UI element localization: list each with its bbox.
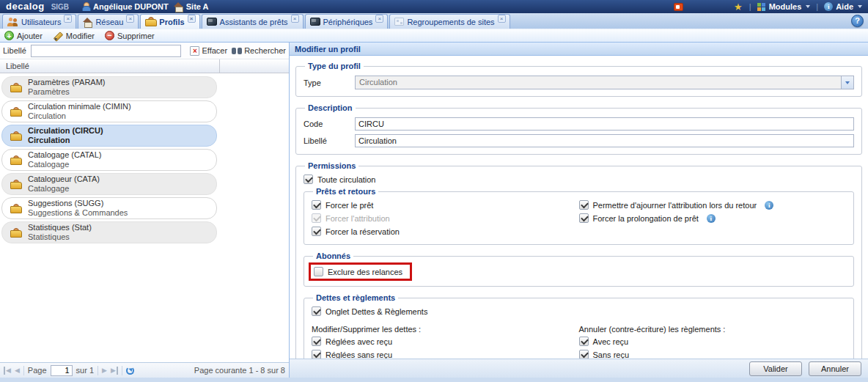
description-legend: Description (305, 103, 356, 112)
favorites-icon[interactable] (733, 2, 743, 12)
list-item[interactable]: Paramètres (PARAM) Paramètres (1, 76, 217, 98)
aide-label: Aide (836, 2, 853, 11)
delete-label: Supprimer (117, 32, 155, 40)
checkbox-label: Toute circulation (317, 175, 376, 184)
item-name: Catalogueur (CATA) (28, 175, 100, 184)
checkbox-label: Forcer l'attribution (326, 214, 390, 223)
info-icon[interactable] (765, 201, 773, 210)
tab-reseau[interactable]: Réseau × (78, 14, 139, 29)
onglet-dettes-checkbox[interactable] (312, 306, 321, 316)
code-field[interactable] (355, 117, 854, 131)
info-icon[interactable] (707, 214, 716, 223)
list-item[interactable]: Suggestions (SUGG) Suggestions & Command… (1, 197, 217, 219)
prolongation-pret-checkbox[interactable] (579, 213, 589, 223)
edit-label: Modifier (66, 32, 95, 40)
exclure-relances-checkbox[interactable] (314, 267, 323, 276)
close-icon[interactable]: × (498, 15, 506, 23)
clear-button[interactable]: Effacer (190, 46, 227, 56)
tab-profils[interactable]: Profils × (140, 14, 199, 29)
current-user[interactable]: Angélique DUPONT (81, 2, 169, 11)
pagination-bar: ◀ ◀ Page sur 1 ▶ ▶ Page courante 1 - 8 s… (0, 362, 289, 378)
libelle-field[interactable] (355, 134, 854, 147)
chevron-down-icon (858, 5, 862, 8)
add-button[interactable]: Ajouter (4, 31, 43, 40)
first-page-icon[interactable]: ◀ (4, 367, 11, 375)
forcer-pret-checkbox[interactable] (312, 200, 321, 210)
modules-menu[interactable]: Modules (757, 2, 811, 11)
description-fieldset: Description Code Libellé (295, 103, 862, 155)
pencil-icon (53, 31, 63, 40)
home-icon (83, 18, 92, 26)
combo-dropdown-button[interactable] (841, 76, 853, 89)
checkbox-label: Sans reçu (593, 350, 630, 359)
tab-peripheriques[interactable]: Périphériques × (305, 14, 389, 29)
close-icon[interactable]: × (375, 15, 383, 23)
column-header-label: Libellé (0, 59, 220, 73)
modules-grid-icon (757, 2, 766, 11)
toute-circulation-checkbox[interactable] (304, 175, 313, 184)
search-input[interactable] (31, 45, 182, 57)
abonnes-legend: Abonnés (313, 251, 353, 260)
reglees-avec-recu-row: Réglées avec reçu (312, 336, 579, 347)
tab-label: Utilisateurs (21, 18, 61, 26)
users-icon (7, 18, 18, 26)
list-item-selected[interactable]: Circulation (CIRCU) Circulation (1, 125, 217, 147)
item-category: Catalogage (28, 184, 100, 194)
close-icon[interactable]: × (64, 15, 72, 23)
cancel-button[interactable]: Annuler (809, 361, 861, 376)
search-bar: Libellé Effacer Rechercher (0, 43, 289, 59)
next-page-icon[interactable]: ▶ (102, 367, 107, 375)
aide-menu[interactable]: Aide (824, 2, 862, 11)
profile-icon (145, 17, 156, 26)
page-input[interactable] (51, 365, 73, 376)
list-item[interactable]: Catalogage (CATAL) Catalogage (1, 149, 217, 171)
search-button[interactable]: Rechercher (232, 46, 286, 55)
edit-button[interactable]: Modifier (53, 31, 95, 40)
annuler-sans-recu-checkbox[interactable] (579, 350, 589, 359)
delete-button[interactable]: Supprimer (105, 31, 155, 40)
type-combobox[interactable]: Circulation (355, 76, 854, 89)
checkbox-label: Permettre d'ajourner l'attribution lors … (593, 201, 757, 210)
help-icon[interactable] (851, 15, 864, 27)
last-page-icon[interactable]: ▶ (111, 367, 118, 375)
ajourner-attribution-checkbox[interactable] (579, 200, 589, 210)
list-item[interactable]: Statistiques (Stat) Statistiques (1, 221, 217, 243)
list-item[interactable]: Circulation minimale (CIMIN) Circulation (1, 100, 217, 122)
refresh-icon[interactable] (126, 367, 134, 375)
validate-button[interactable]: Valider (749, 361, 802, 376)
close-icon[interactable]: × (188, 15, 196, 23)
home-icon (174, 2, 183, 11)
tab-assistants-de-prets[interactable]: Assistants de prêts × (202, 14, 304, 29)
separator (122, 366, 122, 375)
prev-page-icon[interactable]: ◀ (15, 367, 20, 375)
tab-utilisateurs[interactable]: Utilisateurs × (2, 14, 76, 29)
item-name: Circulation (CIRCU) (28, 126, 103, 136)
close-icon[interactable]: × (126, 15, 134, 23)
annuler-avec-recu-checkbox[interactable] (579, 337, 589, 346)
edit-profile-panel: Modifier un profil Type du profil Type C… (290, 43, 868, 378)
ajourner-attribution-row: Permettre d'ajourner l'attribution lors … (579, 199, 847, 210)
window-bottom-strip (0, 378, 868, 382)
top-bar: decalog SIGB Angélique DUPONT Site A | M… (0, 0, 868, 13)
chevron-down-icon (806, 5, 810, 8)
forcer-reservation-checkbox[interactable] (312, 227, 321, 236)
checkbox-label: Forcer le prêt (326, 201, 373, 210)
item-name: Paramètres (PARAM) (28, 78, 106, 87)
close-icon[interactable]: × (291, 15, 299, 23)
profile-icon (10, 155, 21, 165)
reglees-avec-recu-checkbox[interactable] (312, 337, 321, 346)
reglees-sans-recu-checkbox[interactable] (312, 350, 321, 359)
profiles-list: Paramètres (PARAM) Paramètres Circulatio… (0, 73, 289, 362)
tab-label: Assistants de prêts (220, 18, 288, 26)
separator: | (816, 2, 818, 11)
checkbox-label: Réglées sans reçu (326, 350, 392, 359)
list-item[interactable]: Catalogueur (CATA) Catalogage (1, 173, 217, 195)
item-category: Paramètres (28, 87, 106, 97)
tab-regroupements-de-sites[interactable]: Regroupements de sites × (389, 14, 510, 29)
annuler-avec-recu-row: Avec reçu (579, 336, 847, 347)
logout-icon[interactable] (674, 3, 683, 11)
code-label: Code (304, 120, 355, 128)
page-of-label: sur 1 (76, 366, 94, 375)
current-site[interactable]: Site A (174, 2, 209, 11)
list-column-header[interactable]: Libellé (0, 59, 289, 73)
